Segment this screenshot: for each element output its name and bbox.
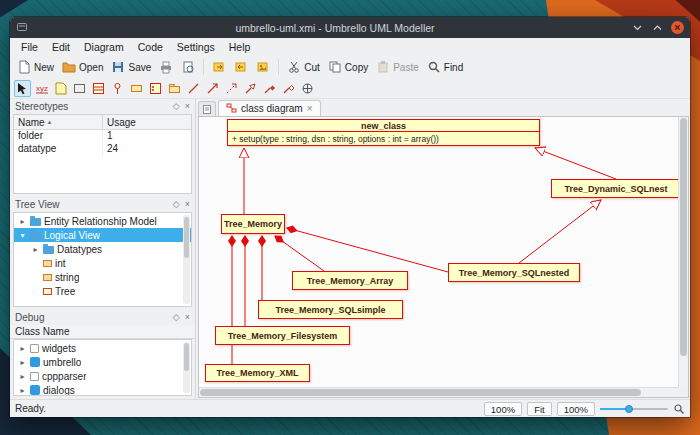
float-panel-icon[interactable]: ◇: [173, 313, 180, 322]
open-button[interactable]: Open: [58, 58, 107, 76]
tool-package-button[interactable]: [166, 80, 183, 97]
close-panel-icon[interactable]: ×: [185, 313, 190, 322]
tree-view-panel-header[interactable]: Tree View ◇ ×: [10, 197, 195, 212]
new-diagram-tab-button[interactable]: [198, 101, 216, 116]
canvas-vertical-scrollbar[interactable]: [678, 117, 688, 387]
column-header-usage[interactable]: Usage: [103, 115, 191, 129]
tree-view-scrollbar[interactable]: [183, 215, 190, 304]
tree-item-int[interactable]: int: [14, 256, 191, 270]
chevron-right-icon[interactable]: ▸: [18, 344, 27, 353]
debug-column-header[interactable]: Class Name: [10, 325, 195, 339]
float-panel-icon[interactable]: ◇: [173, 200, 180, 209]
new-button[interactable]: New: [13, 58, 58, 76]
tool-aggregation-button[interactable]: [280, 80, 297, 97]
stereotype-row-datatype[interactable]: datatype24: [14, 143, 191, 156]
composition-tree-memory-array-to-tree-memory[interactable]: [275, 236, 324, 271]
tool-select-arrow-button[interactable]: [14, 80, 31, 97]
tool-composition-button[interactable]: [261, 80, 278, 97]
class-node-new-class[interactable]: new_class + setup(type : string, dsn : s…: [227, 119, 540, 146]
maximize-button[interactable]: [651, 21, 664, 34]
tool-generalization-button[interactable]: [242, 80, 259, 97]
tool-note-button[interactable]: [52, 80, 69, 97]
tool-association-button[interactable]: [185, 80, 202, 97]
tab-close-icon[interactable]: ×: [307, 103, 313, 114]
canvas-horizontal-scrollbar[interactable]: [199, 387, 678, 397]
find-button[interactable]: Find: [423, 58, 467, 76]
menu-diagram[interactable]: Diagram: [77, 40, 131, 54]
scrollbar-thumb[interactable]: [200, 389, 641, 396]
chevron-right-icon[interactable]: ▸: [18, 217, 27, 226]
class-node-tree-memory[interactable]: Tree_Memory: [221, 214, 285, 234]
tree-item-string[interactable]: string: [14, 270, 191, 284]
zoom-preset-button[interactable]: 100%: [557, 402, 595, 416]
column-header-name[interactable]: Name ▴: [14, 115, 103, 129]
tab-class-diagram[interactable]: class diagram ×: [218, 100, 321, 116]
generalization-tree-memory-sqlnested-to-tree-dynamic-sqlnest[interactable]: [519, 200, 601, 263]
stereotypes-panel-header[interactable]: Stereotypes ◇ ×: [10, 99, 195, 114]
tool-containment-button[interactable]: [299, 80, 316, 97]
zoom-icon[interactable]: [673, 403, 685, 415]
chevron-right-icon[interactable]: ▸: [18, 358, 27, 367]
menu-help[interactable]: Help: [222, 40, 258, 54]
close-panel-icon[interactable]: ×: [185, 102, 190, 111]
tree-item-logical-view[interactable]: ▾Logical View: [14, 228, 191, 242]
zoom-display[interactable]: 100%: [484, 402, 522, 416]
tool-enum-button[interactable]: [147, 80, 164, 97]
class-node-tree-memory-filesystem[interactable]: Tree_Memory_Filesystem: [215, 326, 350, 345]
scrollbar-thumb[interactable]: [680, 118, 687, 356]
paste-button[interactable]: Paste: [372, 58, 423, 76]
debug-item-umbrello[interactable]: ▸umbrello: [14, 355, 191, 369]
composition-tree-memory-sqlnested-to-tree-memory[interactable]: [287, 228, 448, 272]
scrollbar-thumb[interactable]: [184, 217, 189, 258]
export-image-button[interactable]: [252, 58, 274, 76]
fit-button[interactable]: Fit: [527, 402, 552, 416]
copy-button[interactable]: Copy: [324, 58, 372, 76]
debug-item-widgets[interactable]: ▸widgets: [14, 341, 191, 355]
class-node-tree-dynamic-sqlnest[interactable]: Tree_Dynamic_SQLnest: [551, 179, 678, 198]
chevron-right-icon[interactable]: ▸: [18, 372, 27, 381]
generalization-tree-dynamic-sqlnest-to-new-class[interactable]: [535, 148, 616, 179]
tool-dependency-button[interactable]: [223, 80, 240, 97]
tool-box-button[interactable]: [71, 80, 88, 97]
menu-code[interactable]: Code: [131, 40, 170, 54]
code-generation-button[interactable]: [230, 58, 252, 76]
menu-edit[interactable]: Edit: [45, 40, 77, 54]
class-node-tree-memory-xml[interactable]: Tree_Memory_XML: [205, 364, 310, 382]
menu-file[interactable]: File: [14, 40, 45, 54]
cut-button[interactable]: Cut: [283, 58, 324, 76]
chevron-right-icon[interactable]: ▸: [18, 386, 27, 395]
tool-datatype-button[interactable]: [128, 80, 145, 97]
chevron-down-icon[interactable]: ▾: [18, 231, 27, 240]
class-node-tree-memory-sqlsimple[interactable]: Tree_Memory_SQLsimple: [258, 300, 403, 319]
tool-interface-button[interactable]: [109, 80, 126, 97]
debug-scrollbar[interactable]: [183, 342, 190, 393]
scrollbar-thumb[interactable]: [184, 343, 189, 371]
titlebar[interactable]: umbrello-uml.xmi - Umbrello UML Modeller: [10, 17, 690, 38]
menu-settings[interactable]: Settings: [170, 40, 222, 54]
close-button[interactable]: [671, 21, 684, 34]
code-import-button[interactable]: [208, 58, 230, 76]
chevron-right-icon[interactable]: ▸: [31, 245, 40, 254]
class-node-tree-memory-array[interactable]: Tree_Memory_Array: [292, 271, 408, 290]
save-button[interactable]: Save: [107, 58, 155, 76]
tree-item-datatypes[interactable]: ▸Datatypes: [14, 242, 191, 256]
close-panel-icon[interactable]: ×: [185, 200, 190, 209]
stereotype-row-folder[interactable]: folder1: [14, 130, 191, 143]
tree-item-entity-relationship-model[interactable]: ▸Entity Relationship Model: [14, 214, 191, 228]
zoom-slider-knob[interactable]: [625, 405, 633, 413]
debug-item-cppparser[interactable]: ▸cppparser: [14, 369, 191, 383]
paste-clipboard-icon: [376, 60, 390, 74]
tool-directed-association-button[interactable]: [204, 80, 221, 97]
tool-class-button[interactable]: [90, 80, 107, 97]
print-preview-button[interactable]: [177, 58, 199, 76]
debug-panel-header[interactable]: Debug ◇ ×: [10, 310, 195, 325]
debug-item-dialogs[interactable]: ▸dialogs: [14, 383, 191, 396]
print-button[interactable]: [155, 58, 177, 76]
minimize-button[interactable]: [631, 21, 644, 34]
diagram-canvas[interactable]: new_class + setup(type : string, dsn : s…: [199, 117, 678, 387]
tree-item-tree[interactable]: Tree: [14, 284, 191, 298]
tool-text-button[interactable]: xyz: [33, 80, 50, 97]
zoom-slider[interactable]: [600, 402, 668, 416]
class-node-tree-memory-sqlnested[interactable]: Tree_Memory_SQLnested: [448, 263, 580, 282]
float-panel-icon[interactable]: ◇: [173, 102, 180, 111]
